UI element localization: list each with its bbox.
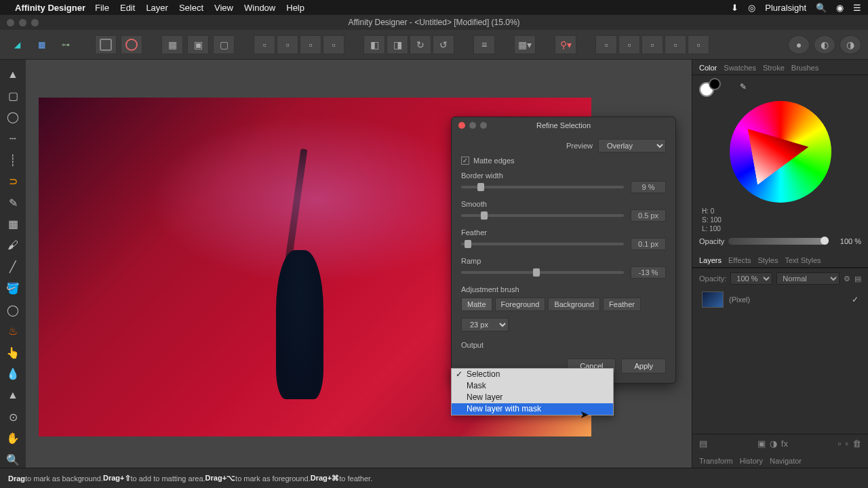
hand-tool-icon[interactable]: ✋ [5,430,21,447]
apply-button[interactable]: Apply [621,359,666,373]
spotlight-icon[interactable]: 🔍 [816,3,827,13]
preview-select[interactable]: Overlay [598,139,666,152]
close-window-icon[interactable] [7,19,14,26]
brush-mode-background[interactable]: Background [548,298,600,311]
output-option-mask[interactable]: Mask [452,380,613,392]
smooth-value[interactable]: 0.5 px [631,209,666,222]
mask-icon[interactable]: ▣ [757,439,766,449]
broad-brush-tool-icon[interactable]: ╱ [5,259,21,275]
menu-file[interactable]: File [95,3,109,13]
layer-stack-icon[interactable]: ▤ [699,439,707,449]
output-option-new-layer-with-mask[interactable]: New layer with mask [452,403,613,415]
align-4-button[interactable]: ▫ [323,35,344,54]
rotate-ccw-button[interactable]: ↺ [433,35,454,54]
settings-gear-icon[interactable]: ⚙ [844,274,850,283]
align-2-button[interactable]: ▫ [277,35,298,54]
marquee-ellipse-tool-icon[interactable]: ◯ [5,109,21,125]
dropbox-icon[interactable]: ⬇ [731,3,738,13]
clone-tool-icon[interactable]: ⊙ [5,409,21,425]
dodge-tool-icon[interactable]: 💧 [5,366,21,382]
app-name[interactable]: Affinity Designer [15,3,85,13]
smudge-tool-icon[interactable]: 👆 [5,345,21,361]
panel-menu-icon[interactable]: ▤ [854,274,861,283]
tab-history[interactable]: History [740,457,763,465]
shape-circle-button[interactable] [121,35,142,54]
adjustment-icon[interactable]: ◑ [770,439,777,449]
output-dropdown[interactable]: Selection Mask New layer New layer with … [451,368,614,415]
menu-edit[interactable]: Edit [120,3,135,13]
bool-div-button[interactable]: ▫ [688,35,709,54]
bool-xor-button[interactable]: ▫ [665,35,686,54]
border-width-value[interactable]: 9 % [631,181,666,193]
tab-layers[interactable]: Layers [699,256,722,264]
snap-bounds-button[interactable]: ▢ [213,35,235,54]
tab-styles[interactable]: Styles [757,256,778,264]
tab-navigator[interactable]: Navigator [770,457,802,465]
checkbox-checked-icon[interactable]: ✓ [461,157,469,165]
dialog-close-icon[interactable] [458,122,465,129]
snap-select-button[interactable]: ▣ [187,35,209,54]
menubar-list-icon[interactable]: ☰ [853,3,861,13]
align-3-button[interactable]: ▫ [300,35,321,54]
ramp-value[interactable]: -13 % [631,266,666,279]
layer-visibility-check-icon[interactable]: ✓ [852,295,859,304]
bool-sub-button[interactable]: ▫ [618,35,640,54]
marquee-rect-tool-icon[interactable]: ▢ [5,88,21,104]
zoom-blur-tool-icon[interactable]: ◯ [5,302,21,318]
snap-grid-button[interactable]: ▦ [161,35,183,54]
sync-icon[interactable]: ◎ [748,3,755,13]
align-1-button[interactable]: ▫ [254,35,275,54]
burn-tool-icon[interactable]: ♨ [5,323,21,340]
brush-tool-icon[interactable]: ✎ [5,195,21,211]
flip-h-button[interactable]: ◧ [363,35,385,54]
blend-mode-select[interactable]: Normal [776,272,840,285]
tab-effects[interactable]: Effects [728,256,751,264]
siri-icon[interactable]: ◉ [836,3,844,13]
menu-window[interactable]: Window [244,3,275,13]
sharpen-tool-icon[interactable]: ▲ [5,388,21,404]
shape-poly-button[interactable] [95,35,117,54]
snapping-button[interactable]: ⚲▾ [555,35,576,54]
fx-icon[interactable]: fx [781,439,788,449]
layer-opacity-select[interactable]: 100 % [730,272,772,285]
lasso-tool-icon[interactable]: ⊃ [5,174,21,190]
persona-designer-icon[interactable]: ◢ [7,35,27,55]
ramp-slider[interactable] [461,271,624,274]
opacity-value[interactable]: 100 % [833,237,861,245]
persona-export-icon[interactable]: ⊶ [56,35,76,55]
paint-brush-tool-icon[interactable]: 🖌 [5,238,21,254]
opacity-slider[interactable] [728,238,829,245]
background-swatch[interactable] [709,78,721,90]
marquee-col-tool-icon[interactable]: ┊ [5,152,21,168]
output-option-selection[interactable]: Selection [452,369,613,380]
zoom-tool-icon[interactable]: 🔍 [5,451,21,468]
dialog-titlebar[interactable]: Refine Selection [452,117,675,134]
move-tool-icon[interactable]: ▲ [5,66,21,83]
menu-layer[interactable]: Layer [146,3,168,13]
view-mode-1-button[interactable]: ● [788,35,810,54]
tab-transform[interactable]: Transform [699,457,733,465]
pixel-grid-tool-icon[interactable]: ▦ [5,216,21,232]
matte-edges-checkbox[interactable]: ✓ Matte edges [461,157,666,165]
feather-value[interactable]: 0.1 px [631,238,666,250]
eyedropper-icon[interactable]: ✎ [740,82,747,97]
window-traffic-lights[interactable] [7,19,39,26]
brush-mode-feather[interactable]: Feather [603,298,641,311]
tab-brushes[interactable]: Brushes [791,64,818,72]
bool-add-button[interactable]: ▫ [595,35,617,54]
delete-layer-icon[interactable]: 🗑 [852,439,861,449]
minimize-window-icon[interactable] [19,19,26,26]
brush-mode-matte[interactable]: Matte [461,298,492,311]
menu-help[interactable]: Help [286,3,304,13]
menu-view[interactable]: View [214,3,233,13]
tab-swatches[interactable]: Swatches [724,64,756,72]
add-layer-icon[interactable]: ▫ [838,439,842,449]
color-wheel[interactable] [730,101,831,203]
feather-slider[interactable] [461,243,624,245]
view-mode-3-button[interactable]: ◑ [840,35,861,54]
menu-select[interactable]: Select [179,3,203,13]
tab-color[interactable]: Color [699,64,717,72]
border-width-slider[interactable] [461,186,624,188]
persona-pixel-icon[interactable]: ▦ [31,35,52,55]
zoom-window-icon[interactable] [31,19,39,26]
